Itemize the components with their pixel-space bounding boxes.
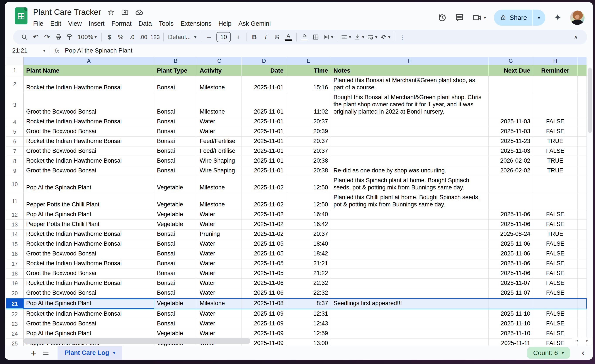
cell-A22[interactable]: Rocket the Indian Hawthorne Bonsai bbox=[23, 309, 154, 319]
cell-C16[interactable]: Water bbox=[197, 249, 242, 259]
cell-afterH-12[interactable] bbox=[578, 210, 587, 220]
cell-C4[interactable]: Water bbox=[197, 117, 242, 127]
cell-E6[interactable]: 20:37 bbox=[286, 137, 331, 146]
row-number-12[interactable]: 12 bbox=[6, 210, 23, 220]
cell-B16[interactable]: Bonsai bbox=[154, 249, 197, 259]
cell-C1[interactable]: Activity bbox=[197, 65, 242, 76]
text-color-button[interactable]: A bbox=[283, 31, 294, 43]
cell-D16[interactable]: 2025-11-05 bbox=[242, 249, 286, 259]
print-button[interactable] bbox=[53, 31, 64, 43]
cell-B2[interactable]: Bonsai bbox=[154, 76, 197, 93]
fill-color-button[interactable] bbox=[299, 31, 310, 43]
italic-button[interactable]: I bbox=[260, 31, 271, 43]
cell-G5[interactable]: 2025-11-03 bbox=[489, 127, 533, 137]
cell-B14[interactable]: Bonsai bbox=[154, 229, 197, 239]
cell-F19[interactable] bbox=[331, 278, 489, 288]
cell-F16[interactable] bbox=[331, 249, 489, 259]
meet-camera-group[interactable]: ▾ bbox=[472, 13, 486, 22]
cell-H6[interactable]: TRUE bbox=[533, 137, 578, 146]
cell-D11[interactable]: 2025-11-02 bbox=[242, 193, 286, 210]
open-sidebar-chevron[interactable]: ‹ bbox=[581, 347, 585, 358]
cell-F4[interactable] bbox=[331, 117, 489, 127]
cell-afterH-23[interactable] bbox=[578, 319, 587, 329]
cell-E8[interactable]: 20:38 bbox=[286, 156, 331, 166]
row-number-10[interactable]: 10 bbox=[6, 176, 23, 193]
cell-B22[interactable]: Bonsai bbox=[154, 309, 197, 319]
comments-icon[interactable] bbox=[455, 13, 464, 22]
cell-A16[interactable]: Groot the Boxwood Bonsai bbox=[23, 249, 154, 259]
cell-afterH-9[interactable] bbox=[578, 166, 587, 176]
cell-G6[interactable]: 2025-11-23 bbox=[489, 137, 533, 146]
cell-C21[interactable]: Milestone bbox=[197, 299, 242, 309]
cell-E9[interactable]: 20:38 bbox=[286, 166, 331, 176]
cell-D20[interactable]: 2025-11-06 bbox=[242, 288, 286, 298]
cell-F10[interactable]: Planted this Spinach plant at home. Boug… bbox=[331, 176, 489, 193]
cell-G10[interactable] bbox=[489, 176, 533, 193]
cell-A23[interactable]: Groot the Boxwood Bonsai bbox=[23, 319, 154, 329]
cell-D4[interactable]: 2025-11-01 bbox=[242, 117, 286, 127]
cell-E15[interactable]: 18:40 bbox=[286, 239, 331, 249]
cell-H22[interactable]: FALSE bbox=[533, 309, 578, 319]
user-avatar[interactable] bbox=[570, 10, 585, 25]
menu-format[interactable]: Format bbox=[108, 19, 135, 29]
camera-dropdown-caret[interactable]: ▾ bbox=[484, 15, 486, 20]
cell-F3[interactable]: Bought this Bonsai at Merchant&Green pla… bbox=[331, 93, 489, 117]
cell-H23[interactable]: FALSE bbox=[533, 319, 578, 329]
cell-A6[interactable]: Rocket the Indian Hawthorne Bonsai bbox=[23, 137, 154, 146]
cell-C22[interactable]: Water bbox=[197, 309, 242, 319]
column-header-partial[interactable] bbox=[578, 57, 587, 65]
cell-F9[interactable]: Re-did as one done by shop was uncurling… bbox=[331, 166, 489, 176]
name-box[interactable]: 21:21 ▾ bbox=[12, 47, 47, 54]
cell-E12[interactable]: 16:40 bbox=[286, 210, 331, 220]
count-summary-button[interactable]: Count: 6 ▾ bbox=[527, 347, 570, 359]
cell-H2[interactable] bbox=[533, 76, 578, 93]
row-number-6[interactable]: 6 bbox=[6, 137, 23, 146]
cell-A21[interactable]: Pop AI the Spinach Plant bbox=[23, 299, 154, 309]
cell-A15[interactable]: Rocket the Indian Hawthorne Bonsai bbox=[23, 239, 154, 249]
cell-D7[interactable]: 2025-11-01 bbox=[242, 146, 286, 156]
cell-E17[interactable]: 21:21 bbox=[286, 259, 331, 269]
cell-A17[interactable]: Rocket the Indian Hawthorne Bonsai bbox=[23, 259, 154, 269]
cell-D14[interactable]: 2025-11-02 bbox=[242, 229, 286, 239]
cell-A5[interactable]: Groot the Boxwood Bonsai bbox=[23, 127, 154, 137]
cell-E21[interactable]: 8:37 bbox=[286, 299, 331, 309]
cell-A7[interactable]: Groot the Boxwood Bonsai bbox=[23, 146, 154, 156]
cell-E10[interactable]: 12:50 bbox=[286, 176, 331, 193]
cell-F7[interactable] bbox=[331, 146, 489, 156]
cell-afterH-14[interactable] bbox=[578, 229, 587, 239]
cell-H17[interactable]: FALSE bbox=[533, 259, 578, 269]
column-header-E[interactable]: E bbox=[286, 57, 331, 65]
sheets-logo-icon[interactable] bbox=[15, 7, 28, 24]
cell-afterH-7[interactable] bbox=[578, 146, 587, 156]
sheet-tab-caret[interactable]: ▾ bbox=[113, 350, 115, 356]
cell-B1[interactable]: Plant Type bbox=[154, 65, 197, 76]
cell-F17[interactable] bbox=[331, 259, 489, 269]
cell-A2[interactable]: Rocket the Indian Hawthorne Bonsai bbox=[23, 76, 154, 93]
cell-H1[interactable]: Reminder bbox=[533, 65, 578, 76]
menu-ask-gemini[interactable]: Ask Gemini bbox=[235, 19, 274, 29]
cell-B17[interactable]: Bonsai bbox=[154, 259, 197, 269]
row-number-7[interactable]: 7 bbox=[6, 146, 23, 156]
format-currency-button[interactable]: $ bbox=[104, 31, 115, 43]
cell-A1[interactable]: Plant Name bbox=[23, 65, 154, 76]
cell-H3[interactable] bbox=[533, 93, 578, 117]
cell-G22[interactable]: 2025-11-10 bbox=[489, 309, 533, 319]
column-header-F[interactable]: F bbox=[331, 57, 489, 65]
vertical-scrollbar[interactable] bbox=[587, 65, 593, 336]
row-number-15[interactable]: 15 bbox=[6, 239, 23, 249]
cell-C14[interactable]: Pruning bbox=[197, 229, 242, 239]
cell-E18[interactable]: 21:22 bbox=[286, 269, 331, 278]
cell-F12[interactable] bbox=[331, 210, 489, 220]
cell-F15[interactable] bbox=[331, 239, 489, 249]
more-formats-button[interactable]: 123 bbox=[149, 31, 161, 43]
cell-H7[interactable]: FALSE bbox=[533, 146, 578, 156]
cell-G14[interactable]: 2025-08-24 bbox=[489, 229, 533, 239]
decrease-font-size-button[interactable]: − bbox=[203, 31, 215, 43]
cell-C9[interactable]: Wire Shaping bbox=[197, 166, 242, 176]
decrease-decimal-button[interactable]: .0 bbox=[126, 31, 138, 43]
cell-G15[interactable]: 2025-11-06 bbox=[489, 239, 533, 249]
row-number-9[interactable]: 9 bbox=[6, 166, 23, 176]
cell-B19[interactable]: Bonsai bbox=[154, 278, 197, 288]
sheet-tab-active[interactable]: Plant Care Log ▾ bbox=[57, 346, 122, 360]
row-number-13[interactable]: 13 bbox=[6, 220, 23, 229]
